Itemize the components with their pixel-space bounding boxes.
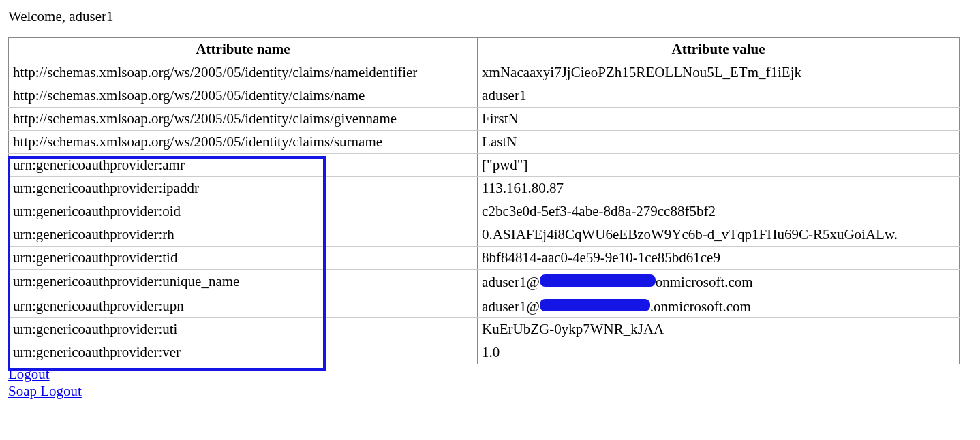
welcome-user: aduser1 [69, 8, 113, 25]
attr-name-cell: http://schemas.xmlsoap.org/ws/2005/05/id… [9, 84, 478, 108]
attr-value-cell: aduser1 [478, 84, 960, 108]
attr-value-cell: FirstN [478, 108, 960, 131]
attr-value-cell: 113.161.80.87 [478, 177, 960, 200]
col-header-value: Attribute value [478, 38, 960, 61]
table-row: urn:genericoauthprovider:ver1.0 [9, 341, 960, 364]
attr-value-cell: xmNacaaxyi7JjCieoPZh15REOLLNou5L_ETm_f1i… [478, 61, 960, 84]
welcome-prefix: Welcome, [8, 8, 69, 25]
value-prefix: aduser1@ [482, 274, 540, 290]
welcome-text: Welcome, aduser1 [8, 8, 972, 25]
value-prefix: aduser1@ [482, 298, 540, 314]
table-header-row: Attribute name Attribute value [9, 38, 960, 61]
attr-name-cell: urn:genericoauthprovider:oid [9, 200, 478, 223]
attr-name-cell: urn:genericoauthprovider:rh [9, 223, 478, 247]
table-row: urn:genericoauthprovider:ipaddr113.161.8… [9, 177, 960, 200]
attr-value-cell: 1.0 [478, 341, 960, 364]
attr-value-cell: LastN [478, 131, 960, 154]
attr-value-cell: 8bf84814-aac0-4e59-9e10-1ce85bd61ce9 [478, 247, 960, 270]
table-row: urn:genericoauthprovider:amr["pwd"] [9, 154, 960, 177]
value-suffix: .onmicrosoft.com [650, 298, 751, 314]
table-row: urn:genericoauthprovider:tid8bf84814-aac… [9, 247, 960, 270]
redaction-block [540, 299, 650, 311]
table-row: http://schemas.xmlsoap.org/ws/2005/05/id… [9, 131, 960, 154]
table-row: urn:genericoauthprovider:unique_nameadus… [9, 270, 960, 294]
soap-logout-link[interactable]: Soap Logout [8, 383, 82, 400]
attr-name-cell: urn:genericoauthprovider:amr [9, 154, 478, 177]
col-header-name: Attribute name [9, 38, 478, 61]
table-row: http://schemas.xmlsoap.org/ws/2005/05/id… [9, 61, 960, 84]
table-row: http://schemas.xmlsoap.org/ws/2005/05/id… [9, 84, 960, 108]
table-row: urn:genericoauthprovider:oidc2bc3e0d-5ef… [9, 200, 960, 223]
attr-name-cell: urn:genericoauthprovider:uti [9, 318, 478, 341]
attr-name-cell: urn:genericoauthprovider:tid [9, 247, 478, 270]
attr-name-cell: urn:genericoauthprovider:ipaddr [9, 177, 478, 200]
claims-table: Attribute name Attribute value http://sc… [8, 37, 960, 364]
attr-value-cell: 0.ASIAFEj4i8CqWU6eEBzoW9Yc6b-d_vTqp1FHu6… [478, 223, 960, 247]
attr-name-cell: http://schemas.xmlsoap.org/ws/2005/05/id… [9, 108, 478, 131]
redaction-block [540, 274, 656, 287]
attr-name-cell: urn:genericoauthprovider:upn [9, 294, 478, 318]
attr-name-cell: urn:genericoauthprovider:unique_name [9, 270, 478, 294]
table-row: urn:genericoauthprovider:rh0.ASIAFEj4i8C… [9, 223, 960, 247]
attr-value-cell: c2bc3e0d-5ef3-4abe-8d8a-279cc88f5bf2 [478, 200, 960, 223]
attr-name-cell: urn:genericoauthprovider:ver [9, 341, 478, 364]
attr-value-cell: aduser1@onmicrosoft.com [478, 270, 960, 294]
attr-name-cell: http://schemas.xmlsoap.org/ws/2005/05/id… [9, 61, 478, 84]
links-block: Logout Soap Logout [8, 366, 972, 400]
table-row: urn:genericoauthprovider:utiKuErUbZG-0yk… [9, 318, 960, 341]
attr-value-cell: aduser1@.onmicrosoft.com [478, 294, 960, 318]
value-suffix: onmicrosoft.com [656, 274, 753, 290]
table-row: http://schemas.xmlsoap.org/ws/2005/05/id… [9, 108, 960, 131]
attr-name-cell: http://schemas.xmlsoap.org/ws/2005/05/id… [9, 131, 478, 154]
logout-link[interactable]: Logout [8, 366, 50, 383]
table-row: urn:genericoauthprovider:upnaduser1@.onm… [9, 294, 960, 318]
attr-value-cell: KuErUbZG-0ykp7WNR_kJAA [478, 318, 960, 341]
attr-value-cell: ["pwd"] [478, 154, 960, 177]
